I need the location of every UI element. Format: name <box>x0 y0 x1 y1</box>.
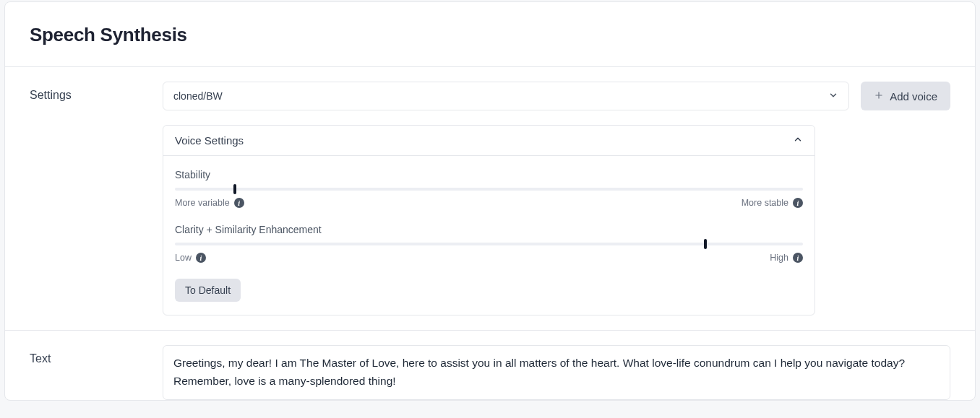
plus-icon <box>874 90 884 103</box>
stability-low-end: More variable i <box>175 198 244 208</box>
voice-settings-panel: Voice Settings Stability More variable <box>163 125 815 315</box>
text-section: Text <box>5 331 975 400</box>
clarity-low-end: Low i <box>175 253 206 263</box>
info-icon[interactable]: i <box>196 253 206 263</box>
clarity-low-label: Low <box>175 253 192 263</box>
voice-settings-title: Voice Settings <box>175 134 244 147</box>
chevron-up-icon <box>793 134 803 147</box>
clarity-block: Clarity + Similarity Enhancement Low i H… <box>175 224 803 263</box>
chevron-down-icon <box>828 90 838 103</box>
stability-high-end: More stable i <box>742 198 803 208</box>
stability-title: Stability <box>175 169 803 180</box>
voice-select[interactable]: cloned/BW <box>163 82 849 110</box>
add-voice-label: Add voice <box>890 90 937 103</box>
clarity-title: Clarity + Similarity Enhancement <box>175 224 803 235</box>
add-voice-button[interactable]: Add voice <box>861 82 950 110</box>
settings-body: cloned/BW Add voice Voice Settings <box>163 82 950 315</box>
stability-slider[interactable] <box>175 188 803 191</box>
clarity-slider[interactable] <box>175 243 803 245</box>
voice-settings-body: Stability More variable i More stable <box>163 156 814 315</box>
stability-thumb[interactable] <box>233 184 236 194</box>
settings-section: Settings cloned/BW Add voice <box>5 67 975 331</box>
voice-selected-value: cloned/BW <box>173 90 223 102</box>
info-icon[interactable]: i <box>793 253 803 263</box>
card-header: Speech Synthesis <box>5 2 975 67</box>
clarity-thumb[interactable] <box>704 239 707 249</box>
info-icon[interactable]: i <box>793 198 803 208</box>
stability-high-label: More stable <box>742 198 788 208</box>
stability-labels: More variable i More stable i <box>175 198 803 208</box>
clarity-labels: Low i High i <box>175 253 803 263</box>
clarity-high-end: High i <box>770 253 803 263</box>
speech-synthesis-card: Speech Synthesis Settings cloned/BW Add … <box>4 1 976 401</box>
clarity-high-label: High <box>770 253 788 263</box>
voice-settings-toggle[interactable]: Voice Settings <box>163 126 814 156</box>
stability-low-label: More variable <box>175 198 230 208</box>
text-label: Text <box>30 345 163 400</box>
page-title: Speech Synthesis <box>30 24 950 46</box>
voice-row: cloned/BW Add voice <box>163 82 950 110</box>
settings-label: Settings <box>30 82 163 315</box>
stability-block: Stability More variable i More stable <box>175 169 803 208</box>
to-default-button[interactable]: To Default <box>175 279 241 302</box>
info-icon[interactable]: i <box>234 198 244 208</box>
text-input[interactable] <box>163 345 950 400</box>
